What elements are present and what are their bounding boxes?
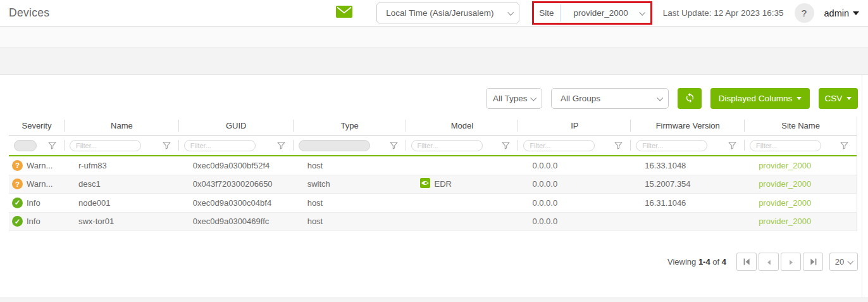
name-cell: swx-tor01	[65, 217, 179, 226]
name-cell: desc1	[65, 179, 179, 189]
funnel-icon[interactable]	[163, 142, 171, 149]
devices-table: SeverityNameGUIDTypeModelIPFirmware Vers…	[9, 116, 857, 231]
severity-cell: ✓Info	[9, 216, 65, 227]
types-filter-value: All Types	[493, 94, 531, 103]
column-header-label: Severity	[22, 121, 51, 130]
chevron-down-icon	[657, 95, 663, 101]
page-size-select[interactable]: 20	[829, 253, 858, 271]
timezone-value: Local Time (Asia/Jerusalem)	[386, 8, 508, 18]
username: admin	[824, 8, 850, 18]
severity-text: Warn...	[27, 179, 53, 189]
filter-input[interactable]	[750, 140, 821, 151]
site-name-link[interactable]: provider_2000	[759, 161, 811, 170]
column-header-name[interactable]: Name	[65, 116, 179, 135]
ip-cell: 0.0.0.0	[518, 217, 631, 226]
funnel-icon[interactable]	[614, 142, 623, 149]
filter-input[interactable]	[636, 140, 707, 151]
filter-select[interactable]	[14, 140, 37, 151]
filter-cell	[631, 135, 745, 155]
first-page-button[interactable]	[736, 253, 757, 271]
severity-warning-icon: ?	[12, 179, 23, 189]
model-cell: EDR	[406, 178, 519, 190]
guid-cell: 0xec0d9a0300bf52f4	[179, 161, 294, 170]
filter-input[interactable]	[184, 140, 256, 151]
displayed-columns-label: Displayed Columns	[719, 94, 792, 103]
funnel-icon[interactable]	[728, 142, 736, 149]
ip-cell: 0.0.0.0	[518, 179, 631, 189]
column-header-firmware-version[interactable]: Firmware Version	[631, 116, 745, 135]
column-header-label: GUID	[226, 121, 247, 130]
help-button[interactable]: ?	[795, 3, 814, 23]
table-body: ?Warn...r-ufm830xec0d9a0300bf52f4host0.0…	[9, 156, 857, 231]
table-row[interactable]: ✓Infoswx-tor010xec0d9a0300469ffchost0.0.…	[9, 213, 857, 232]
last-page-button[interactable]	[803, 253, 823, 271]
type-cell: host	[294, 217, 406, 226]
site-name-cell: provider_2000	[745, 179, 857, 189]
name-cell: node001	[65, 198, 179, 208]
viewing-total: 4	[722, 257, 726, 267]
guid-cell: 0xec0d9a0300c04bf4	[179, 198, 294, 208]
funnel-icon[interactable]	[502, 142, 510, 149]
filter-select[interactable]	[299, 140, 370, 151]
last-update-text: Last Update: 12 Apr 2023 16:35	[663, 8, 784, 18]
prev-page-button[interactable]	[759, 253, 779, 271]
model-text: EDR	[435, 179, 452, 189]
groups-filter-select[interactable]: All Groups	[551, 88, 669, 109]
table-row[interactable]: ✓Infonode0010xec0d9a0300c04bf4host0.0.0.…	[9, 194, 857, 213]
site-select[interactable]: provider_2000	[561, 4, 647, 22]
chevron-down-icon	[530, 95, 536, 101]
refresh-icon	[685, 92, 695, 105]
column-header-label: Firmware Version	[656, 121, 720, 130]
site-value: provider_2000	[574, 8, 628, 18]
filter-input[interactable]	[523, 140, 595, 151]
devices-page: Devices Local Time (Asia/Jerusalem) Site…	[0, 0, 868, 302]
funnel-icon[interactable]	[277, 142, 285, 149]
mail-button[interactable]	[336, 6, 352, 20]
top-bar: Devices Local Time (Asia/Jerusalem) Site…	[0, 0, 868, 27]
types-filter-select[interactable]: All Types	[486, 88, 542, 109]
next-page-icon	[788, 256, 794, 268]
site-name-link[interactable]: provider_2000	[759, 198, 811, 208]
table-row[interactable]: ?Warn...desc10x043f720300206650switchEDR…	[9, 175, 857, 194]
scrollbar-track[interactable]	[862, 75, 862, 298]
site-label: Site	[539, 8, 554, 18]
table-filter-row	[9, 135, 857, 156]
site-name-cell: provider_2000	[745, 217, 857, 226]
table-row[interactable]: ?Warn...r-ufm830xec0d9a0300bf52f4host0.0…	[9, 156, 857, 175]
filter-cell	[294, 135, 406, 155]
displayed-columns-button[interactable]: Displayed Columns	[710, 88, 810, 109]
funnel-icon[interactable]	[48, 142, 56, 149]
filter-input[interactable]	[70, 140, 141, 151]
column-header-severity[interactable]: Severity	[9, 116, 65, 135]
site-name-link[interactable]: provider_2000	[759, 217, 811, 226]
viewing-of: of	[712, 257, 719, 267]
column-header-guid[interactable]: GUID	[179, 116, 294, 135]
funnel-icon[interactable]	[840, 142, 848, 149]
filter-input[interactable]	[411, 140, 483, 151]
groups-filter-value: All Groups	[561, 94, 657, 103]
severity-cell: ✓Info	[9, 198, 65, 208]
table-header-row: SeverityNameGUIDTypeModelIPFirmware Vers…	[9, 116, 857, 135]
site-name-cell: provider_2000	[745, 161, 857, 170]
column-header-model[interactable]: Model	[406, 116, 519, 135]
envelope-icon	[336, 6, 352, 20]
csv-button[interactable]: CSV	[819, 88, 858, 109]
next-page-button[interactable]	[781, 253, 801, 271]
column-header-type[interactable]: Type	[294, 116, 406, 135]
severity-text: Info	[27, 217, 40, 226]
prev-page-icon	[766, 256, 772, 268]
user-menu[interactable]: admin	[824, 8, 860, 18]
ip-cell: 0.0.0.0	[518, 198, 631, 208]
timezone-select[interactable]: Local Time (Asia/Jerusalem)	[376, 3, 519, 23]
funnel-icon[interactable]	[390, 142, 398, 149]
type-cell: host	[294, 161, 406, 170]
column-header-ip[interactable]: IP	[518, 116, 631, 135]
column-header-label: Type	[341, 121, 359, 130]
page-size-value: 20	[835, 257, 844, 267]
firmware-cell: 15.2007.354	[631, 179, 745, 189]
refresh-button[interactable]	[678, 88, 702, 109]
last-page-icon	[810, 256, 817, 268]
column-header-site-name[interactable]: Site Name	[745, 116, 857, 135]
site-name-link[interactable]: provider_2000	[759, 179, 811, 189]
nvidia-eye-icon	[420, 178, 430, 190]
